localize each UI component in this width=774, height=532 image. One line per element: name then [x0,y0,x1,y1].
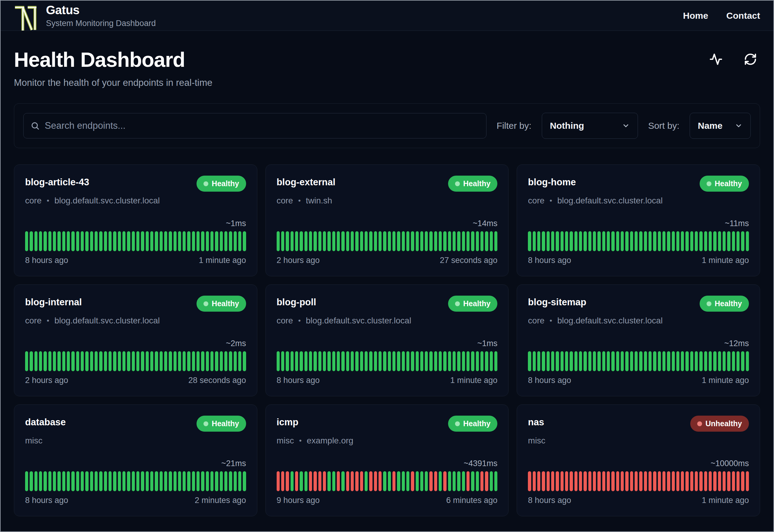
uptime-bar[interactable] [76,471,79,491]
uptime-bar[interactable] [25,231,28,251]
uptime-bar[interactable] [635,471,638,491]
uptime-bar[interactable] [574,231,577,251]
uptime-bar[interactable] [309,471,312,491]
uptime-bar[interactable] [141,351,144,371]
uptime-bar[interactable] [476,231,479,251]
uptime-bar[interactable] [397,231,400,251]
uptime-bar[interactable] [206,471,209,491]
uptime-bar[interactable] [360,471,363,491]
uptime-bar[interactable] [30,471,33,491]
uptime-bar[interactable] [309,351,312,371]
uptime-bar[interactable] [718,231,721,251]
uptime-bar[interactable] [727,231,730,251]
uptime-bar[interactable] [662,471,665,491]
uptime-bar[interactable] [695,231,698,251]
endpoint-card[interactable]: nas Unhealthy misc ~10000ms 8 hours ago … [517,404,760,516]
uptime-bar[interactable] [85,471,88,491]
uptime-bar[interactable] [462,471,465,491]
uptime-bar[interactable] [448,351,451,371]
uptime-bar[interactable] [355,471,358,491]
uptime-bar[interactable] [318,471,321,491]
uptime-bar[interactable] [332,351,335,371]
uptime-bar[interactable] [681,471,684,491]
uptime-bar[interactable] [178,471,181,491]
uptime-bar[interactable] [234,351,237,371]
endpoint-card[interactable]: database Healthy misc ~21ms 8 hours ago … [14,404,257,516]
uptime-bar[interactable] [57,471,60,491]
uptime-bar[interactable] [741,351,744,371]
uptime-bar[interactable] [300,471,303,491]
uptime-bar[interactable] [197,351,200,371]
uptime-bar[interactable] [30,351,33,371]
uptime-bar[interactable] [206,351,209,371]
uptime-bar[interactable] [579,231,582,251]
uptime-bar[interactable] [699,471,702,491]
uptime-bar[interactable] [314,471,317,491]
uptime-bar[interactable] [95,471,98,491]
filter-select[interactable]: Nothing [542,113,638,139]
uptime-bar[interactable] [118,351,121,371]
sort-select[interactable]: Name [690,113,751,139]
uptime-bar[interactable] [556,231,559,251]
uptime-bar[interactable] [201,231,204,251]
uptime-bar[interactable] [62,471,65,491]
uptime-bar[interactable] [383,231,386,251]
uptime-bar[interactable] [746,471,749,491]
uptime-bar[interactable] [314,351,317,371]
uptime-bar[interactable] [667,351,670,371]
uptime-bar[interactable] [351,231,354,251]
uptime-bar[interactable] [416,471,419,491]
uptime-bar[interactable] [672,351,675,371]
uptime-bar[interactable] [547,351,550,371]
uptime-bar[interactable] [741,231,744,251]
uptime-bar[interactable] [44,351,47,371]
uptime-bar[interactable] [379,231,382,251]
uptime-bar[interactable] [341,231,344,251]
uptime-bar[interactable] [621,231,624,251]
uptime-bar[interactable] [476,351,479,371]
uptime-bar[interactable] [146,231,149,251]
uptime-bar[interactable] [392,231,395,251]
uptime-bar[interactable] [169,471,172,491]
uptime-bar[interactable] [178,351,181,371]
uptime-bar[interactable] [164,231,167,251]
uptime-bar[interactable] [243,471,246,491]
uptime-bar[interactable] [197,471,200,491]
uptime-bar[interactable] [681,231,684,251]
uptime-bar[interactable] [574,351,577,371]
uptime-bar[interactable] [388,351,391,371]
uptime-bar[interactable] [621,471,624,491]
uptime-bar[interactable] [155,351,158,371]
uptime-bar[interactable] [62,351,65,371]
uptime-bar[interactable] [229,351,232,371]
uptime-bar[interactable] [192,231,195,251]
uptime-bar[interactable] [420,351,423,371]
uptime-bar[interactable] [537,351,540,371]
uptime-bar[interactable] [210,351,213,371]
uptime-bar[interactable] [690,471,693,491]
uptime-bar[interactable] [406,351,409,371]
uptime-bar[interactable] [291,471,294,491]
uptime-bar[interactable] [150,471,153,491]
uptime-bar[interactable] [374,471,377,491]
uptime-bar[interactable] [727,471,730,491]
uptime-bar[interactable] [118,471,121,491]
uptime-bar[interactable] [122,471,125,491]
uptime-bar[interactable] [490,471,493,491]
uptime-bar[interactable] [411,231,414,251]
uptime-bar[interactable] [402,231,405,251]
uptime-bar[interactable] [229,231,232,251]
uptime-bar[interactable] [453,231,456,251]
uptime-bar[interactable] [737,351,740,371]
uptime-bar[interactable] [570,471,573,491]
uptime-bar[interactable] [480,351,483,371]
uptime-bar[interactable] [630,231,633,251]
uptime-bar[interactable] [215,351,218,371]
uptime-bar[interactable] [658,471,661,491]
uptime-bar[interactable] [533,471,536,491]
uptime-bar[interactable] [672,471,675,491]
uptime-bar[interactable] [732,231,735,251]
uptime-bar[interactable] [556,471,559,491]
uptime-bar[interactable] [462,231,465,251]
uptime-bar[interactable] [453,351,456,371]
